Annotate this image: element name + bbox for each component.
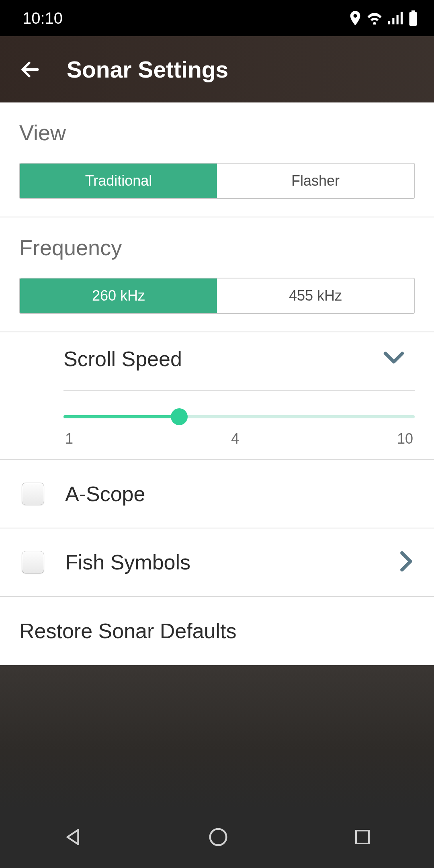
frequency-option-455[interactable]: 455 kHz — [217, 278, 414, 313]
chevron-down-icon — [383, 350, 405, 368]
view-label: View — [19, 120, 415, 145]
location-icon — [350, 11, 361, 25]
view-option-flasher[interactable]: Flasher — [217, 164, 414, 198]
status-bar: 10:10 — [0, 0, 434, 36]
frequency-section: Frequency 260 kHz 455 kHz — [0, 217, 434, 332]
slider-min-label: 1 — [65, 430, 73, 447]
a-scope-row[interactable]: A-Scope — [0, 460, 434, 528]
slider-mid-label: 4 — [231, 430, 239, 447]
slider-thumb[interactable] — [171, 408, 188, 425]
svg-rect-1 — [392, 18, 394, 24]
signal-icon — [388, 12, 403, 25]
svg-point-8 — [210, 829, 227, 845]
frequency-option-260[interactable]: 260 kHz — [20, 278, 217, 313]
svg-rect-9 — [356, 831, 369, 843]
fish-symbols-row[interactable]: Fish Symbols — [0, 528, 434, 597]
nav-recent-button[interactable] — [353, 827, 372, 848]
frequency-label: Frequency — [19, 235, 415, 260]
scroll-speed-slider[interactable] — [63, 415, 415, 418]
slider-fill — [63, 415, 179, 418]
svg-rect-2 — [397, 15, 399, 24]
square-recent-icon — [353, 827, 372, 847]
svg-marker-7 — [68, 830, 78, 844]
wifi-icon — [366, 12, 383, 25]
app-header: Sonar Settings — [0, 36, 434, 102]
scroll-speed-section: Scroll Speed 1 4 10 — [0, 332, 434, 460]
view-segmented-control: Traditional Flasher — [19, 163, 415, 199]
status-time: 10:10 — [23, 9, 63, 27]
circle-home-icon — [207, 826, 229, 848]
battery-icon — [408, 10, 418, 26]
arrow-left-icon — [19, 58, 41, 81]
chevron-right-icon — [399, 550, 415, 574]
scroll-speed-slider-container: 1 4 10 — [63, 390, 415, 447]
back-button[interactable] — [16, 55, 44, 84]
status-icons — [350, 10, 418, 26]
restore-defaults-label: Restore Sonar Defaults — [19, 619, 237, 643]
a-scope-label: A-Scope — [65, 482, 415, 506]
svg-rect-5 — [409, 12, 417, 26]
view-option-traditional[interactable]: Traditional — [20, 164, 217, 198]
scroll-speed-header[interactable]: Scroll Speed — [19, 347, 415, 371]
slider-max-label: 10 — [397, 430, 413, 447]
android-nav-bar — [0, 808, 434, 868]
restore-defaults-row[interactable]: Restore Sonar Defaults — [0, 597, 434, 665]
slider-tick-labels: 1 4 10 — [63, 430, 415, 447]
fish-symbols-checkbox[interactable] — [22, 551, 44, 573]
nav-home-button[interactable] — [207, 826, 229, 850]
fish-symbols-label: Fish Symbols — [65, 550, 399, 574]
svg-rect-3 — [401, 12, 403, 25]
view-section: View Traditional Flasher — [0, 102, 434, 217]
svg-rect-4 — [411, 10, 415, 12]
nav-back-button[interactable] — [62, 826, 84, 850]
page-title: Sonar Settings — [67, 56, 228, 83]
scroll-speed-label: Scroll Speed — [63, 347, 182, 371]
svg-rect-0 — [388, 21, 390, 25]
a-scope-checkbox[interactable] — [22, 483, 44, 505]
background-filler — [0, 665, 434, 808]
frequency-segmented-control: 260 kHz 455 kHz — [19, 278, 415, 314]
triangle-back-icon — [62, 826, 84, 848]
